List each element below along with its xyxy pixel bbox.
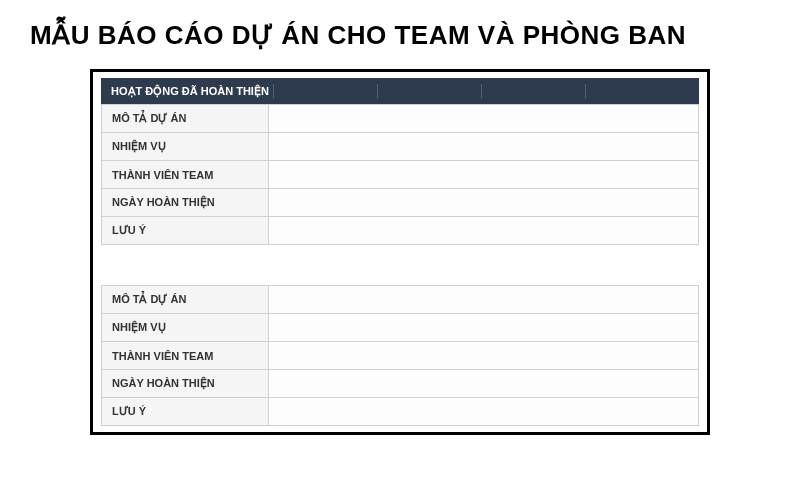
section-1: HOẠT ĐỘNG ĐÃ HOÀN THIỆN MÔ TẢ DỰ ÁN NHIỆ… [93, 72, 707, 251]
row-label: LƯU Ý [102, 398, 269, 426]
row-label: NHIỆM VỤ [102, 133, 269, 161]
section-2: MÔ TẢ DỰ ÁN NHIỆM VỤ THÀNH VIÊN TEAM NGÀ… [93, 279, 707, 432]
table-row: NGÀY HOÀN THIỆN [102, 370, 699, 398]
table-row: LƯU Ý [102, 217, 699, 245]
section-header-title: HOẠT ĐỘNG ĐÃ HOÀN THIỆN [111, 84, 273, 98]
row-value [269, 342, 699, 370]
row-value [269, 398, 699, 426]
row-value [269, 217, 699, 245]
row-value [269, 314, 699, 342]
report-frame: HOẠT ĐỘNG ĐÃ HOÀN THIỆN MÔ TẢ DỰ ÁN NHIỆ… [90, 69, 710, 435]
row-label: THÀNH VIÊN TEAM [102, 342, 269, 370]
table-row: THÀNH VIÊN TEAM [102, 342, 699, 370]
row-label: NHIỆM VỤ [102, 314, 269, 342]
row-label: MÔ TẢ DỰ ÁN [102, 105, 269, 133]
report-table-2: MÔ TẢ DỰ ÁN NHIỆM VỤ THÀNH VIÊN TEAM NGÀ… [101, 285, 699, 426]
section-header: HOẠT ĐỘNG ĐÃ HOÀN THIỆN [101, 78, 699, 104]
row-label: THÀNH VIÊN TEAM [102, 161, 269, 189]
table-row: MÔ TẢ DỰ ÁN [102, 286, 699, 314]
table-row: THÀNH VIÊN TEAM [102, 161, 699, 189]
table-row: MÔ TẢ DỰ ÁN [102, 105, 699, 133]
row-label: NGÀY HOÀN THIỆN [102, 370, 269, 398]
row-label: MÔ TẢ DỰ ÁN [102, 286, 269, 314]
row-value [269, 370, 699, 398]
report-table-1: MÔ TẢ DỰ ÁN NHIỆM VỤ THÀNH VIÊN TEAM NGÀ… [101, 104, 699, 245]
table-row: NGÀY HOÀN THIỆN [102, 189, 699, 217]
row-value [269, 161, 699, 189]
table-row: NHIỆM VỤ [102, 314, 699, 342]
row-value [269, 105, 699, 133]
header-column-dividers [273, 84, 689, 98]
table-row: NHIỆM VỤ [102, 133, 699, 161]
row-label: LƯU Ý [102, 217, 269, 245]
table-row: LƯU Ý [102, 398, 699, 426]
page-title: MẪU BÁO CÁO DỰ ÁN CHO TEAM VÀ PHÒNG BAN [30, 20, 770, 51]
row-value [269, 286, 699, 314]
row-label: NGÀY HOÀN THIỆN [102, 189, 269, 217]
section-gap [93, 251, 707, 279]
row-value [269, 189, 699, 217]
row-value [269, 133, 699, 161]
